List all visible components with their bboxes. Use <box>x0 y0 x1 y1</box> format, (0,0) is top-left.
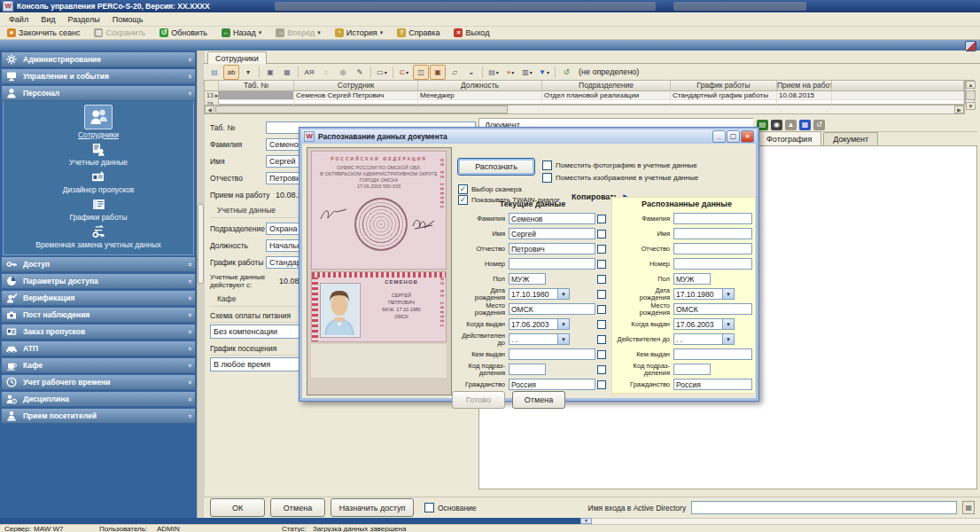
table-cell[interactable]: 10.08.2015 <box>777 91 832 99</box>
table-cell[interactable]: Менеджер <box>418 91 542 99</box>
tab-document[interactable]: Документ <box>823 132 878 145</box>
table-vscrollbar[interactable]: ▲ ▼ <box>965 80 975 105</box>
ad-login-input[interactable] <box>691 501 957 514</box>
copy-field-checkbox[interactable] <box>597 215 606 223</box>
chevron-expand-icon[interactable]: » <box>185 330 193 333</box>
badge-print-button[interactable]: ▱ <box>447 65 463 80</box>
copy-field-checkbox[interactable] <box>597 275 606 284</box>
history-dropdown-icon[interactable]: ▾ <box>380 29 384 36</box>
current-value[interactable]: Россия <box>509 379 595 390</box>
close-button[interactable]: × <box>741 130 754 143</box>
recognized-value[interactable]: 17.06.2003 <box>673 318 723 330</box>
place-image-checkbox[interactable]: Поместить изображение в учетные данные <box>542 173 698 183</box>
sidebar-section-visitors[interactable]: Прием посетителей» <box>1 408 196 424</box>
bottom-divider-dropdown[interactable]: ▼ <box>580 518 592 524</box>
dialog-cancel-button[interactable]: Отмена <box>512 391 565 409</box>
view-mode-button[interactable]: ▾ <box>240 65 256 80</box>
copy-field-checkbox[interactable] <box>597 290 606 299</box>
sidebar-item-temp-replacement[interactable]: Временная замена учетных данных <box>35 223 161 249</box>
save-image-icon[interactable]: ▦ <box>799 120 811 130</box>
table-columns-button[interactable]: ▦ <box>279 65 295 80</box>
current-value[interactable] <box>509 348 595 360</box>
table-cell[interactable]: Отдел плановой реализации <box>542 91 671 99</box>
recognized-value[interactable] <box>673 243 752 254</box>
export-dropdown-icon[interactable]: ▾ <box>496 69 499 75</box>
help-button[interactable]: ?Справка <box>393 27 443 38</box>
scanner-select-checkbox[interactable]: ✓Выбор сканера <box>458 184 522 194</box>
recognized-combo[interactable]: 17.10.1980▼ <box>673 288 735 300</box>
column-header-5[interactable]: Прием на работу <box>777 81 832 90</box>
sidebar-section-observation-post[interactable]: Пост наблюдения» <box>1 307 196 323</box>
copy-field-checkbox[interactable] <box>597 365 606 374</box>
ad-browse-button[interactable]: ▦ <box>962 501 975 514</box>
ok-button[interactable]: ОК <box>210 498 265 517</box>
end-session-button[interactable]: ●Закончить сеанс <box>4 27 83 38</box>
recognized-value[interactable]: . . <box>673 333 723 345</box>
copy-field-checkbox[interactable] <box>597 245 606 254</box>
export-1c-button[interactable]: С▾ <box>396 65 412 80</box>
sidebar-item-work-schedules[interactable]: Графики работы <box>69 196 127 222</box>
scroll-left-arrow[interactable]: ◀ <box>205 106 214 113</box>
copy-field-checkbox[interactable] <box>597 260 606 269</box>
current-value[interactable] <box>509 364 546 375</box>
sidebar-section-cafe[interactable]: Кафе» <box>1 357 196 373</box>
refresh-list-button[interactable]: ↺ <box>558 65 574 80</box>
sidebar-section-management-events[interactable]: Управление и события» <box>1 68 196 84</box>
tab-photo[interactable]: Фотография <box>757 131 821 145</box>
recognized-value[interactable]: Россия <box>673 379 752 390</box>
load-image-icon[interactable]: ▲ <box>785 120 797 130</box>
delete-record-button[interactable]: ×▾ <box>502 65 518 80</box>
reason-checkbox[interactable]: Основание <box>424 503 477 512</box>
place-photo-checkbox[interactable]: Поместить фотографию в учетные данные <box>542 160 697 170</box>
table-cell[interactable]: Стандартный график работы <box>671 91 777 99</box>
chevron-expand-icon[interactable]: » <box>185 313 193 317</box>
employees-table[interactable]: Таб. №СотрудникДолжностьПодразделениеГра… <box>204 80 965 105</box>
current-value[interactable]: Сергей <box>509 228 595 239</box>
copy-record-button[interactable]: ▣ <box>262 65 278 80</box>
current-value[interactable]: Семенов <box>509 213 595 224</box>
sidebar-section-work-time[interactable]: Учет рабочего времени» <box>1 374 196 390</box>
copy-field-checkbox[interactable] <box>597 350 606 359</box>
chevron-down-icon[interactable]: ▼ <box>723 318 735 330</box>
scroll-up-arrow[interactable]: ▲ <box>966 81 976 89</box>
menu-item-0[interactable]: Файл <box>4 13 34 26</box>
recognized-value[interactable] <box>673 213 752 224</box>
current-value[interactable]: МУЖ <box>509 273 546 285</box>
sidebar-section-pass-order[interactable]: Заказ пропусков» <box>1 324 196 340</box>
sidebar-section-access-params[interactable]: Параметры доступа» <box>1 273 196 289</box>
back-dropdown-icon[interactable]: ▾ <box>259 29 262 36</box>
table-hscroll-thumb[interactable] <box>215 106 508 113</box>
advanced-search-button[interactable]: ◎ <box>335 65 351 80</box>
sidebar-item-badge-designer[interactable]: Дизайнер пропусков <box>63 168 135 194</box>
column-header-4[interactable]: График работы <box>671 81 777 90</box>
current-value[interactable]: . . <box>509 333 558 345</box>
refresh-button[interactable]: ↺Обновить <box>156 27 211 38</box>
assign-access-button[interactable]: Назначить доступ <box>331 498 414 517</box>
column-header-2[interactable]: Должность <box>418 81 542 90</box>
tab-employees[interactable]: Сотрудники <box>207 51 267 65</box>
chevron-expand-icon[interactable]: » <box>185 279 193 283</box>
done-button[interactable]: Готово <box>452 391 505 409</box>
scroll-right-arrow[interactable]: ▶ <box>954 106 964 113</box>
chevron-down-icon[interactable]: ▼ <box>723 288 735 300</box>
sidebar-item-account-data[interactable]: Учетные данные <box>69 141 128 167</box>
recognized-value[interactable]: МУЖ <box>673 273 711 285</box>
access-block-button[interactable]: ◒ <box>463 65 479 80</box>
checkbox-box[interactable]: ✓ <box>458 195 468 205</box>
forward-dropdown-icon[interactable]: ▾ <box>317 29 321 36</box>
transfer-dropdown-icon[interactable]: ▾ <box>530 69 533 75</box>
cancel-button[interactable]: Отмена <box>270 498 325 517</box>
import-dropdown-icon[interactable]: ▾ <box>547 69 549 75</box>
inline-edit-button[interactable]: ab <box>223 65 239 80</box>
copy-field-checkbox[interactable] <box>597 335 606 344</box>
chevron-down-icon[interactable]: ▼ <box>723 333 735 345</box>
edit-card-button[interactable]: ✎ <box>352 65 368 80</box>
chevron-expand-icon[interactable]: » <box>185 296 193 300</box>
exit-button[interactable]: ×Выход <box>450 27 493 38</box>
checkbox-box[interactable] <box>542 160 552 170</box>
sort-az-button[interactable]: АЯ <box>301 65 317 80</box>
recognized-value[interactable] <box>673 258 752 270</box>
menu-item-2[interactable]: Разделы <box>62 13 105 26</box>
transfer-button[interactable]: ▥▾ <box>519 65 535 80</box>
sidebar-section-administration[interactable]: Администрирование» <box>1 51 196 67</box>
